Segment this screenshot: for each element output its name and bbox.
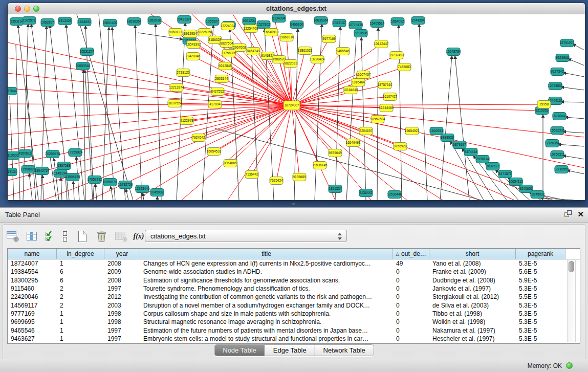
column-header-short[interactable]: short <box>429 249 516 259</box>
table-row[interactable]: 1938455462009Genome-wide association stu… <box>8 268 580 276</box>
column-header-in_degree[interactable]: in_degree <box>57 249 104 259</box>
network-node[interactable]: 9313134 <box>8 168 17 176</box>
table-row[interactable]: 946362711997Embryonic stem cells: a mode… <box>8 335 580 343</box>
table-row[interactable]: 2242004622012Investigating the contribut… <box>8 293 580 301</box>
network-node[interactable]: 1664091 <box>78 18 91 26</box>
import-table-button[interactable] <box>114 229 129 244</box>
network-node[interactable]: 11514469 <box>379 104 394 112</box>
table-row[interactable]: 977716911998Corpus callosum shape and si… <box>8 310 580 318</box>
network-node[interactable]: 1377044 <box>8 87 17 95</box>
network-node[interactable]: 9822031 <box>284 60 297 68</box>
network-node[interactable]: 7625424 <box>270 177 283 185</box>
network-node[interactable]: 18636364 <box>127 18 142 26</box>
network-node[interactable]: 8134304 <box>272 15 286 23</box>
network-node[interactable]: 9397588 <box>57 162 71 170</box>
select-columns-button[interactable] <box>25 229 40 244</box>
network-node[interactable]: 1588520 <box>272 56 286 63</box>
network-node[interactable]: 16782759 <box>118 181 133 189</box>
network-node[interactable]: 10164645 <box>343 86 358 94</box>
network-node[interactable]: 9827504 <box>220 40 233 48</box>
network-node[interactable]: 9474444 <box>464 148 477 156</box>
network-node[interactable]: 9756928 <box>394 143 407 150</box>
network-node[interactable]: 10245032 <box>530 191 545 199</box>
create-table-button[interactable] <box>75 229 90 244</box>
network-node[interactable]: 19654923 <box>405 127 420 135</box>
network-node[interactable]: 16543392 <box>186 41 201 49</box>
network-node[interactable]: 28226058 <box>198 29 212 36</box>
network-node[interactable]: 16107427 <box>383 93 398 101</box>
network-node[interactable]: 8471876 <box>498 170 512 178</box>
select-rows-button[interactable] <box>44 229 55 244</box>
network-node[interactable]: 16549493 <box>346 139 361 147</box>
table-row[interactable]: 969969511998Structural magnetic resonanc… <box>8 318 580 326</box>
network-node[interactable]: 1664092 <box>391 18 404 26</box>
network-node[interactable]: 1963107 <box>41 19 54 27</box>
network-node[interactable]: 7924542 <box>192 134 205 142</box>
network-node[interactable]: 11568829 <box>21 166 36 173</box>
network-node[interactable]: 9122978 <box>180 117 193 125</box>
network-node[interactable]: 17957292 <box>88 176 102 184</box>
network-node[interactable]: 8912954 <box>184 30 197 38</box>
vertical-scrollbar[interactable] <box>567 260 576 342</box>
network-node[interactable]: 7485083 <box>398 63 411 71</box>
network-node[interactable]: 9860123 <box>169 29 182 36</box>
zoom-button[interactable] <box>33 6 39 12</box>
network-node[interactable]: 9136442 <box>359 189 373 197</box>
network-node[interactable]: 1816464 <box>352 79 365 86</box>
network-node[interactable]: 9313426 <box>58 17 72 25</box>
minimize-button[interactable] <box>24 6 30 12</box>
window-titlebar[interactable]: citations_edges.txt <box>8 3 585 15</box>
network-node[interactable]: 1640954 <box>430 127 443 135</box>
network-node[interactable]: 16409514 <box>370 20 385 28</box>
network-node[interactable]: 13220424 <box>310 56 325 63</box>
network-node[interactable]: 10719135 <box>349 21 363 29</box>
network-node[interactable]: 15751074 <box>560 39 575 47</box>
network-node[interactable]: 1905572 <box>23 17 36 25</box>
network-node[interactable]: 16648784 <box>446 48 461 56</box>
network-node[interactable]: 16640910 <box>264 29 279 36</box>
function-builder-button[interactable]: f(x) <box>133 229 144 244</box>
network-node[interactable]: 9242848 <box>219 62 232 70</box>
table-row[interactable]: 1830029562008Estimation of significance … <box>8 276 580 285</box>
network-node[interactable]: 18957584 <box>371 116 385 123</box>
network-node[interactable]: 12760354 <box>545 140 560 147</box>
network-node[interactable]: 13942757 <box>35 167 50 175</box>
table-row[interactable]: 946554611997Estimation of the future num… <box>8 326 580 334</box>
network-node[interactable]: 6466160 <box>290 21 303 29</box>
column-header-name[interactable]: name <box>8 249 57 259</box>
network-node[interactable]: 20053346 <box>76 62 91 70</box>
network-node[interactable]: 12923446 <box>135 185 150 193</box>
network-node[interactable]: 20531374 <box>80 48 95 56</box>
network-node[interactable]: 22420046 <box>186 53 201 60</box>
network-node[interactable]: 10654112 <box>509 178 524 186</box>
network-node[interactable]: 2218586 <box>354 30 367 37</box>
table-dropdown[interactable]: citations_edges.txt <box>145 230 347 242</box>
network-node[interactable]: 6879197 <box>453 141 466 149</box>
delete-table-button[interactable] <box>94 229 110 244</box>
table-row[interactable]: 911546021997Tourette syndrome. Phenomeno… <box>8 285 580 293</box>
network-hub-node[interactable]: 18724007 <box>284 101 300 110</box>
network-node[interactable]: 19737493 <box>389 52 404 59</box>
network-node[interactable]: 9245032 <box>150 189 164 196</box>
network-node[interactable]: 2803144 <box>215 75 228 83</box>
network-node[interactable]: 9227342 <box>551 68 564 76</box>
network-node[interactable]: 12213374 <box>169 84 184 92</box>
tab-edge-table[interactable]: Edge Table <box>265 345 315 356</box>
network-node[interactable]: 2718120 <box>177 69 190 77</box>
network-node[interactable]: 13505135 <box>66 173 80 181</box>
network-node[interactable]: 10142447 <box>374 40 389 48</box>
network-node[interactable]: 18107554 <box>167 100 182 107</box>
network-node[interactable]: 417004 <box>208 101 222 108</box>
network-node[interactable]: 19536145 <box>313 162 328 169</box>
network-node[interactable]: 9575649 <box>329 149 342 157</box>
network-node[interactable]: 9465546 <box>336 48 350 55</box>
tab-network-table[interactable]: Network Table <box>315 345 374 356</box>
panel-splitter[interactable] <box>0 200 588 207</box>
network-node[interactable]: 16636364 <box>314 17 329 25</box>
network-node[interactable]: 2043137 <box>333 19 346 27</box>
network-node[interactable]: 17359924 <box>68 149 83 157</box>
network-node[interactable]: 12254409 <box>244 25 258 33</box>
network-node[interactable]: 31756085 <box>222 50 236 57</box>
network-node[interactable]: 12533446 <box>387 191 402 199</box>
network-node[interactable]: 10958197 <box>103 179 118 186</box>
